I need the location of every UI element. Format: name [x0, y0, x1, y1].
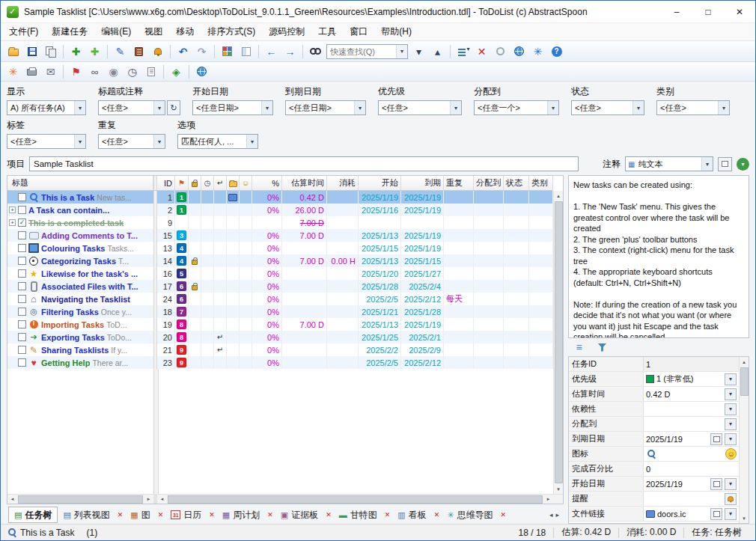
- eye-button[interactable]: ◉: [104, 63, 123, 80]
- calendar-icon[interactable]: [710, 478, 722, 490]
- menu-item[interactable]: 窗口: [343, 23, 374, 40]
- column-header-est[interactable]: 估算时间: [282, 176, 327, 190]
- attribute-row[interactable]: 估算时间0.42 D▾: [569, 387, 739, 402]
- notebook-button[interactable]: [129, 43, 148, 60]
- task-row[interactable]: ✎Sharing TasklistsIf y...219↵0%2025/2/22…: [7, 343, 553, 356]
- task-row[interactable]: Colouring TasksTasks...1340%2025/1/15202…: [7, 242, 553, 254]
- close-tab-icon[interactable]: ✕: [267, 511, 273, 519]
- scrollbar-thumb[interactable]: [740, 367, 749, 396]
- menu-item[interactable]: 移动: [169, 23, 201, 40]
- task-row[interactable]: ★Likewise for the task's ...1650%2025/1/…: [7, 267, 553, 280]
- task-row[interactable]: +A Task can contain...210%26.00 D2025/1/…: [7, 204, 553, 216]
- chevron-down-icon[interactable]: ▾: [725, 508, 737, 520]
- scroll-right-icon[interactable]: ▸: [555, 511, 559, 519]
- maximize-comments-button[interactable]: [237, 43, 255, 60]
- view-tab-list-view[interactable]: ▤列表视图: [58, 507, 115, 523]
- gear-button[interactable]: ✳: [528, 43, 547, 60]
- scroll-up-icon[interactable]: ▴: [554, 191, 564, 201]
- menu-item[interactable]: 新建任务: [45, 23, 94, 40]
- column-header-id[interactable]: ID: [157, 176, 175, 190]
- columns-scrollbar[interactable]: ◂ ▸: [157, 494, 553, 504]
- scroll-down-icon[interactable]: ▾: [554, 484, 564, 494]
- new-task-button[interactable]: ✚: [67, 43, 85, 60]
- column-header-task-icon[interactable]: ☺: [240, 176, 252, 190]
- filter-recurrence-select[interactable]: <任意>▾: [98, 134, 165, 149]
- close-tab-icon[interactable]: ✕: [158, 511, 164, 519]
- smiley-icon[interactable]: ☺: [725, 448, 737, 459]
- column-header-due[interactable]: 到期: [401, 176, 444, 190]
- close-tab-icon[interactable]: ✕: [385, 511, 391, 519]
- chevron-down-icon[interactable]: ▾: [725, 418, 737, 430]
- task-row[interactable]: Associated Files with T...1760%2025/1/28…: [7, 280, 553, 293]
- clock-button[interactable]: ◷: [123, 63, 141, 80]
- task-checkbox[interactable]: [18, 346, 26, 354]
- chevron-down-icon[interactable]: ▾: [725, 373, 737, 385]
- column-header-spent[interactable]: 消耗: [327, 176, 359, 190]
- globe-button[interactable]: [510, 43, 528, 60]
- task-row[interactable]: Adding Comments to T...1530%7.00 D2025/1…: [7, 229, 553, 242]
- title-scrollbar[interactable]: ◂ ▸: [7, 494, 153, 504]
- expand-icon[interactable]: +: [9, 219, 16, 226]
- task-checkbox[interactable]: [18, 269, 26, 278]
- new-subtask-button[interactable]: ✚: [85, 43, 104, 60]
- column-header-assign[interactable]: 分配到: [474, 176, 504, 190]
- binoculars-button[interactable]: [306, 43, 325, 60]
- attribute-row[interactable]: 任务ID1: [569, 357, 739, 372]
- task-row[interactable]: Importing TasksToD...1980%7.00 D2025/1/1…: [7, 318, 553, 331]
- view-tab-kanban[interactable]: ▥看板: [392, 507, 431, 523]
- column-header-pct[interactable]: %: [252, 176, 282, 190]
- comments-editor[interactable]: New tasks can be created using: 1. The '…: [568, 175, 749, 338]
- scroll-right-icon[interactable]: ▸: [144, 495, 153, 504]
- attribute-row[interactable]: 文件链接doors.ic▾: [569, 507, 739, 522]
- menu-item[interactable]: 编辑(E): [94, 23, 138, 40]
- comments-expand-button[interactable]: ▾: [737, 158, 749, 171]
- gray-circle-button[interactable]: [491, 43, 510, 60]
- task-checkbox[interactable]: [18, 358, 26, 367]
- task-checkbox[interactable]: [18, 231, 26, 239]
- expand-icon[interactable]: +: [9, 207, 16, 213]
- column-header-clock[interactable]: ◷: [201, 176, 214, 190]
- task-row[interactable]: ♥Getting HelpThere ar...2390%2025/2/5202…: [7, 356, 553, 369]
- task-checkbox[interactable]: [18, 282, 26, 290]
- browse-icon[interactable]: [710, 508, 722, 520]
- help-button[interactable]: [547, 43, 566, 60]
- calendar-icon[interactable]: [710, 433, 722, 445]
- menu-item[interactable]: 文件(F): [2, 23, 45, 40]
- attribute-row[interactable]: 依赖性▾: [569, 402, 739, 417]
- attribute-row[interactable]: 优先级1 (非常低)▾: [569, 372, 739, 387]
- chevron-down-icon[interactable]: ▾: [725, 478, 737, 490]
- column-header-title[interactable]: 标题: [7, 176, 153, 190]
- delete-task-button[interactable]: ✕: [472, 43, 491, 60]
- view-tab-mind-map[interactable]: ✳思维导图: [442, 507, 498, 523]
- project-title-input[interactable]: [29, 156, 579, 171]
- filter-priority-select[interactable]: <任意>▾: [378, 100, 462, 115]
- view-tab-board[interactable]: ▣证据板: [275, 507, 323, 523]
- task-checkbox[interactable]: [18, 206, 26, 214]
- view-tab-calendar[interactable]: 31日历: [165, 507, 207, 523]
- burst-button[interactable]: ✳: [4, 63, 22, 80]
- task-checkbox[interactable]: [18, 193, 26, 201]
- filter-status-select[interactable]: <任意>▾: [571, 100, 644, 115]
- task-checkbox[interactable]: [18, 308, 26, 316]
- attribute-row[interactable]: 提醒: [569, 492, 739, 507]
- quick-find-input[interactable]: [327, 47, 396, 56]
- scroll-left-icon[interactable]: ◂: [549, 511, 553, 519]
- column-header-recur[interactable]: 重复: [444, 176, 474, 190]
- filter-options-select[interactable]: 匹配任何人, ...▾: [177, 134, 258, 149]
- filter-due-date-select[interactable]: <任意日期>▾: [285, 100, 366, 115]
- envelope-button[interactable]: ✉: [41, 63, 60, 80]
- comments-grid-button[interactable]: [718, 157, 732, 171]
- view-tab-gantt[interactable]: ▬甘特图: [334, 507, 382, 523]
- prev-task-button[interactable]: ←: [262, 43, 281, 60]
- filter-assigned-to-select[interactable]: <任意一个>▾: [474, 100, 559, 115]
- column-header-priority[interactable]: ⚑: [175, 176, 189, 190]
- web-globe-button[interactable]: [192, 63, 211, 80]
- view-tab-week-planner[interactable]: ▦周计划: [217, 507, 265, 523]
- column-header-category[interactable]: 类别: [529, 176, 553, 190]
- filter-start-date-select[interactable]: <任意日期>▾: [192, 100, 273, 115]
- vertical-scrollbar[interactable]: ▴ ▾: [553, 191, 563, 494]
- menu-item[interactable]: 排序方式(S): [201, 23, 262, 40]
- pencil-button[interactable]: ✎: [111, 43, 129, 60]
- close-tab-icon[interactable]: ✕: [118, 511, 124, 519]
- task-row[interactable]: This is a TaskNew tas...110%0.42 D2025/1…: [7, 191, 553, 204]
